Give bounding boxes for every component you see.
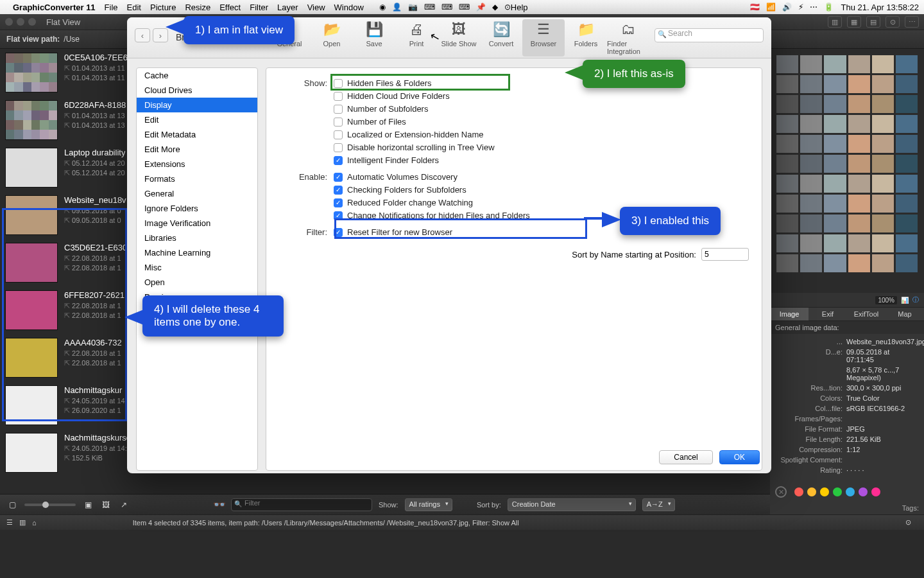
checkbox[interactable] <box>334 118 343 127</box>
category-item[interactable]: Open <box>137 275 257 290</box>
checkbox[interactable]: ✓ <box>334 186 343 195</box>
show-select[interactable]: All ratings <box>405 498 452 511</box>
checkbox[interactable] <box>334 143 343 152</box>
settings-icon[interactable]: ⊙ <box>886 16 900 28</box>
checkbox-row[interactable]: Localized or Extension-hidden Name <box>334 130 749 139</box>
menu-resize[interactable]: Resize <box>185 3 210 12</box>
menu-file[interactable]: File <box>105 3 118 12</box>
glasses-icon[interactable]: 👓 <box>213 498 225 511</box>
panel-toggle-3[interactable]: ▤ <box>866 16 880 28</box>
nav-back[interactable]: ‹ <box>135 28 150 42</box>
category-item[interactable]: Ignore Folders <box>137 201 257 216</box>
tab-image[interactable]: Image <box>770 308 809 320</box>
toolbar-finder-integration[interactable]: 🗂Finder Integration <box>607 19 649 57</box>
color-label[interactable] <box>833 487 842 496</box>
color-label[interactable] <box>807 487 816 496</box>
view-mode-icon[interactable]: ▥ <box>19 518 26 527</box>
menu-extra-icon[interactable]: ⌨ <box>459 3 470 12</box>
color-label[interactable] <box>820 487 829 496</box>
category-item[interactable]: Libraries <box>137 231 257 245</box>
category-item[interactable]: Edit More <box>137 142 257 157</box>
menu-layer[interactable]: Layer <box>277 3 298 12</box>
checkbox-row[interactable]: ✓Intelligent Finder Folders <box>334 155 749 165</box>
cancel-button[interactable]: Cancel <box>659 450 712 464</box>
checkbox[interactable]: ✓ <box>334 156 343 165</box>
app-name[interactable]: GraphicConverter 11 <box>13 3 96 12</box>
menu-extra-icon[interactable]: ⌨ <box>424 3 435 12</box>
checkbox-row[interactable]: ✓Checking Folders for Subfolders <box>334 185 749 195</box>
menu-help[interactable]: Help <box>511 3 528 12</box>
toolbar-folders[interactable]: 📁Folders <box>565 19 607 57</box>
category-item[interactable]: Image Verification <box>137 216 257 231</box>
toolbar-open[interactable]: 📂Open <box>311 19 353 57</box>
menu-filter[interactable]: Filter <box>250 3 268 12</box>
category-item[interactable]: Display <box>137 98 257 112</box>
category-item[interactable]: Formats <box>137 171 257 186</box>
flag-icon[interactable]: 🇦🇹 <box>750 3 760 12</box>
checkbox-row[interactable]: Disable horizontal scrolling in Tree Vie… <box>334 143 749 152</box>
panel-toggle-1[interactable]: ▥ <box>828 16 842 28</box>
category-item[interactable]: Machine Learning <box>137 245 257 260</box>
picture-icon[interactable]: 🖼 <box>100 500 112 509</box>
sync-icon[interactable]: ⋯ <box>810 3 817 12</box>
tab-map[interactable]: Map <box>886 308 924 320</box>
checkbox[interactable] <box>334 92 343 101</box>
battery-icon[interactable]: 🔋 <box>824 3 834 12</box>
thumb-size-slider[interactable] <box>24 504 76 506</box>
checkbox-row[interactable]: ✓Automatic Volumes Discovery <box>334 172 749 182</box>
category-item[interactable]: Misc <box>137 260 257 275</box>
toolbar-convert[interactable]: 🔄Convert <box>480 19 522 57</box>
volume-icon[interactable]: 🔊 <box>782 3 792 12</box>
menu-edit[interactable]: Edit <box>127 3 141 12</box>
menu-view[interactable]: View <box>307 3 325 12</box>
toolbar-browser[interactable]: ☰Browser <box>522 19 565 57</box>
checkbox-row[interactable]: ✓Reduced Folder change Watching <box>334 198 749 207</box>
color-label[interactable] <box>846 487 855 496</box>
view-mode-icon[interactable]: ☰ <box>6 518 13 527</box>
menu-extra-icon[interactable]: 📷 <box>408 3 418 12</box>
category-item[interactable]: General <box>137 186 257 201</box>
category-item[interactable]: Edit <box>137 112 257 127</box>
menu-picture[interactable]: Picture <box>150 3 176 12</box>
sort-pos-input[interactable] <box>701 248 749 261</box>
menu-extra-icon[interactable]: ◉ <box>379 3 386 12</box>
color-label[interactable] <box>794 487 803 496</box>
info-icon[interactable]: ⓘ <box>912 295 919 304</box>
zoom-dot[interactable] <box>28 18 36 26</box>
menubar-clock[interactable]: Thu 21. Apr 13:58:22 <box>841 3 919 12</box>
tab-exif[interactable]: Exif <box>809 308 847 320</box>
sort-order[interactable]: A→Z <box>642 498 675 511</box>
wifi-icon[interactable]: 📶 <box>766 3 776 12</box>
checkbox-row[interactable]: Hidden Cloud Drive Folders <box>334 91 749 101</box>
zoom-out-icon[interactable]: ▢ <box>6 500 18 509</box>
checkbox-row[interactable]: Number of Files <box>334 117 749 127</box>
category-item[interactable]: Edit Metadata <box>137 127 257 142</box>
menu-extra-icon[interactable]: 📌 <box>476 3 486 12</box>
ok-button[interactable]: OK <box>719 450 760 464</box>
zoom-in-icon[interactable]: ▣ <box>82 500 94 509</box>
menu-effect[interactable]: Effect <box>219 3 241 12</box>
sync-icon[interactable]: ⊙ <box>905 518 911 527</box>
jump-icon[interactable]: ↗ <box>118 500 130 509</box>
menu-window[interactable]: Window <box>334 3 364 12</box>
checkbox[interactable] <box>334 105 343 114</box>
toolbar-slide-show[interactable]: 🖼Slide Show <box>438 19 480 57</box>
menu-extra-icon[interactable]: 👤 <box>392 3 402 12</box>
toolbar-save[interactable]: 💾Save <box>353 19 395 57</box>
prefs-search[interactable]: Search <box>654 28 764 42</box>
clear-label[interactable]: ✕ <box>775 486 787 498</box>
category-list[interactable]: CacheCloud DrivesDisplayEditEdit Metadat… <box>136 67 258 471</box>
checkbox-row[interactable]: Number of Subfolders <box>334 104 749 114</box>
close-dot[interactable] <box>5 18 13 26</box>
menu-extra-icon[interactable]: ⊙ <box>504 3 511 12</box>
power-icon[interactable]: ⚡︎ <box>798 3 803 12</box>
menu-extra-icon[interactable]: ⌨ <box>441 3 452 12</box>
color-label[interactable] <box>871 487 880 496</box>
panel-toggle-2[interactable]: ▦ <box>847 16 861 28</box>
minimize-dot[interactable] <box>17 18 24 26</box>
category-item[interactable]: Cloud Drives <box>137 83 257 98</box>
category-item[interactable]: Extensions <box>137 157 257 171</box>
filter-input[interactable]: Filter <box>231 498 372 511</box>
color-label[interactable] <box>859 487 868 496</box>
sort-select[interactable]: Creation Date <box>508 498 636 511</box>
